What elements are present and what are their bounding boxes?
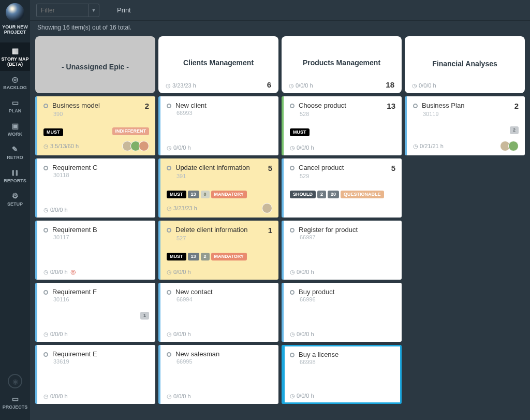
status-bullet-icon: [290, 353, 295, 357]
card-points: 5: [268, 164, 272, 172]
card-title: Buy a license: [299, 351, 395, 358]
card-id: 66997: [300, 234, 395, 240]
card-time: 0/0/0 h: [43, 207, 68, 213]
story-card[interactable]: New client669930/0/0 h: [158, 96, 278, 155]
tag: 0: [201, 191, 210, 198]
card-time: 0/0/0 h: [167, 269, 191, 276]
story-card[interactable]: Requirement C301180/0/0 h: [35, 158, 155, 218]
tag-row: MUST: [43, 128, 63, 136]
status-bullet-icon: [167, 290, 171, 295]
card-title: New salesman: [175, 350, 272, 358]
card-points: 2: [145, 102, 149, 110]
tag: MANDATORY: [211, 191, 247, 198]
card-id: 33619: [53, 358, 149, 365]
story-card[interactable]: Choose product13528MUST0/0/0 h: [282, 96, 402, 155]
avatars: [502, 141, 519, 151]
tag: MUST: [167, 191, 186, 198]
story-card[interactable]: Business Plan23011920/21/21 h: [405, 96, 525, 155]
project-logo[interactable]: [6, 3, 24, 22]
story-card[interactable]: Delete client information1527MUST132MAND…: [158, 221, 278, 280]
card-time: 0/0/0 h: [290, 331, 314, 338]
tag: 1: [140, 312, 149, 320]
epic-header[interactable]: Financial Analyses0/0/0 h: [405, 36, 525, 93]
tag-row: MUST: [290, 128, 310, 136]
epic-time: 3/23/23 h: [166, 82, 196, 89]
sidebar-item-story-map-beta-[interactable]: ▦STORY MAP (BETA): [0, 42, 30, 71]
projects-circle-icon[interactable]: ◉: [8, 374, 22, 388]
epic-header[interactable]: Clients Management3/23/23 h6: [158, 36, 278, 93]
card-id: 30119: [423, 111, 519, 117]
status-bullet-icon: [43, 290, 48, 295]
sidebar-item-plan[interactable]: ▭PLAN: [0, 94, 30, 118]
epic-title: Financial Analyses: [412, 45, 518, 82]
tag-row: MUST132MANDATORY: [167, 253, 247, 260]
epic-header[interactable]: - Unassigned Epic -: [35, 36, 155, 93]
card-id: 528: [300, 111, 395, 117]
epic-time: 0/0/0 h: [412, 82, 436, 89]
card-title: Register for product: [299, 226, 395, 234]
nav-label: RETRO: [7, 155, 23, 160]
sidebar-item-projects[interactable]: ▭ PROJECTS: [0, 395, 30, 414]
story-card[interactable]: Buy a license669980/0/0 h: [282, 345, 402, 404]
sidebar-item-retro[interactable]: ✎RETRO: [0, 141, 30, 164]
card-id: 30116: [53, 296, 149, 302]
card-title: Buy product: [299, 288, 395, 296]
status-bullet-icon: [413, 104, 418, 108]
card-title: Update client information: [175, 164, 265, 171]
story-card[interactable]: Register for product669970/0/0 h: [282, 221, 402, 280]
card-time: 0/0/0 h: [167, 393, 191, 400]
story-card[interactable]: New salesman669950/0/0 h: [158, 345, 278, 404]
story-card[interactable]: Buy product669960/0/0 h: [282, 283, 402, 342]
card-title: Requirement E: [52, 350, 149, 358]
status-bullet-icon: [290, 104, 295, 108]
project-title: YOUR NEW PROJECT: [0, 25, 30, 35]
sidebar-item-setup[interactable]: ⚙SETUP: [0, 187, 30, 211]
avatar: [262, 203, 272, 213]
story-card[interactable]: New contact669940/0/0 h: [158, 283, 278, 342]
card-id: 66994: [176, 296, 272, 302]
tag-row: MUST130MANDATORY: [167, 191, 247, 198]
avatars: [124, 141, 149, 151]
card-id: 30117: [53, 234, 149, 240]
epic-time: 0/0/0 h: [289, 82, 313, 89]
nav-icon: ✎: [0, 145, 30, 153]
card-title: Business model: [52, 102, 142, 109]
projects-label: PROJECTS: [3, 404, 28, 410]
tag: MUST: [290, 128, 310, 136]
alert-icon: ◎: [70, 268, 76, 276]
card-id: 66996: [300, 296, 395, 302]
status-bullet-icon: [167, 104, 171, 108]
sidebar-item-reports[interactable]: ⫿⫿REPORTS: [0, 164, 30, 187]
filter-dropdown-button[interactable]: ▼: [88, 4, 99, 17]
tag-row: SHOULD220QUESTIONABLE: [290, 191, 384, 198]
story-card[interactable]: Business model2390MUSTINDIFFERENT3.5/13/…: [35, 96, 155, 155]
card-points: 1: [268, 226, 272, 235]
tag: MANDATORY: [211, 253, 247, 260]
status-bullet-icon: [43, 228, 48, 233]
print-button[interactable]: Print: [117, 6, 131, 14]
sidebar-item-backlog[interactable]: ◎BACKLOG: [0, 71, 30, 94]
nav-label: SETUP: [7, 201, 23, 207]
sidebar-item-work[interactable]: ▣WORK: [0, 118, 30, 141]
status-bullet-icon: [43, 166, 48, 170]
story-card[interactable]: Cancel product5529SHOULD220QUESTIONABLE: [282, 158, 402, 218]
avatars: [264, 203, 272, 213]
card-time: 0/0/0 h: [290, 393, 314, 399]
filter-input[interactable]: [36, 4, 88, 17]
nav-label: PLAN: [9, 108, 22, 113]
epic-header[interactable]: Products Management0/0/0 h18: [282, 36, 402, 93]
story-card[interactable]: Requirement B301170/0/0 h◎: [35, 221, 155, 280]
tag: 13: [188, 253, 199, 260]
nav-label: BACKLOG: [3, 85, 27, 90]
card-id: 391: [176, 173, 272, 179]
story-card[interactable]: Update client information5391MUST130MAND…: [158, 158, 278, 218]
card-id: 529: [300, 173, 395, 179]
nav-icon: ⫿⫿: [0, 168, 30, 177]
card-id: 66995: [176, 358, 272, 365]
card-time: 0/0/0 h: [290, 269, 314, 276]
tag: MUST: [43, 128, 63, 136]
story-card[interactable]: Requirement F3011610/0/0 h: [35, 283, 155, 342]
nav-label: WORK: [8, 132, 23, 137]
card-title: Requirement F: [52, 288, 149, 296]
story-card[interactable]: Requirement E336190/0/0 h: [35, 345, 155, 404]
